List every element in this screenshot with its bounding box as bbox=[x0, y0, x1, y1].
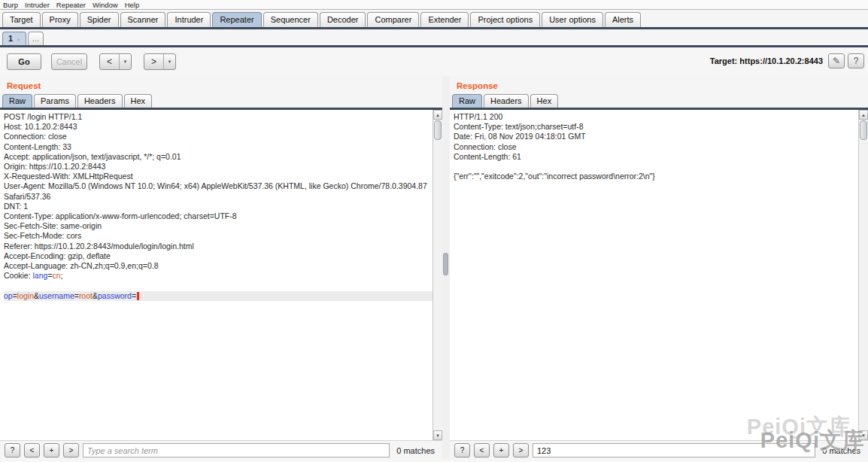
menu-intruder[interactable]: Intruder bbox=[25, 1, 50, 9]
request-tab-params[interactable]: Params bbox=[34, 94, 76, 108]
response-search-bar: ? < + > 0 matches bbox=[450, 440, 868, 460]
code-line: Accept-Language: zh-CN,zh;q=0.9,en;q=0.8 bbox=[4, 261, 432, 271]
response-scrollbar[interactable]: ▲ ▼ bbox=[858, 110, 868, 440]
help-button[interactable]: ? bbox=[848, 53, 864, 68]
code-line: POST /login HTTP/1.1 bbox=[4, 112, 432, 122]
search-next-button[interactable]: > bbox=[63, 443, 79, 457]
code-line: Content-Type: text/json;charset=utf-8 bbox=[454, 122, 858, 132]
tab-alerts[interactable]: Alerts bbox=[605, 12, 641, 27]
scroll-up-icon[interactable]: ▲ bbox=[859, 110, 868, 120]
code-line: Origin: https://10.1.20.2:8443 bbox=[4, 162, 432, 172]
repeater-tab-bar: 1× ... bbox=[0, 29, 868, 47]
tab-project-options[interactable]: Project options bbox=[470, 12, 540, 27]
menu-help[interactable]: Help bbox=[125, 1, 140, 9]
request-tab-hex[interactable]: Hex bbox=[124, 94, 153, 108]
search-options-button[interactable]: + bbox=[44, 443, 59, 457]
response-scroll-track[interactable] bbox=[859, 120, 868, 430]
code-line: {"err":"","exitcode":2,"out":"incorrect … bbox=[454, 172, 858, 181]
code-line: HTTP/1.1 200 bbox=[454, 112, 858, 122]
request-scroll-thumb[interactable] bbox=[434, 120, 442, 140]
tab-decoder[interactable]: Decoder bbox=[320, 12, 366, 27]
panel-divider[interactable] bbox=[442, 76, 450, 460]
repeater-tab-1[interactable]: 1× bbox=[2, 32, 26, 45]
tab-spider[interactable]: Spider bbox=[80, 12, 119, 27]
tab-repeater[interactable]: Repeater bbox=[212, 12, 261, 27]
tab-scanner[interactable]: Scanner bbox=[120, 12, 166, 27]
tab-user-options[interactable]: User options bbox=[542, 12, 603, 27]
request-search-input[interactable] bbox=[83, 443, 390, 457]
code-line: op=login&username=root&password= bbox=[4, 291, 432, 301]
menu-window[interactable]: Window bbox=[93, 1, 118, 9]
tab-close-icon[interactable]: × bbox=[17, 36, 20, 43]
code-line: Accept: application/json, text/javascrip… bbox=[4, 152, 432, 162]
scroll-down-icon[interactable]: ▼ bbox=[433, 430, 442, 440]
code-line: Cookie: lang=cn; bbox=[4, 271, 432, 281]
divider-handle[interactable] bbox=[443, 253, 448, 275]
main-tab-bar: Target Proxy Spider Scanner Intruder Rep… bbox=[0, 10, 868, 29]
code-line: Content-Length: 33 bbox=[4, 142, 432, 152]
code-line bbox=[454, 162, 858, 172]
request-tab-raw[interactable]: Raw bbox=[2, 94, 32, 108]
repeater-tab-more[interactable]: ... bbox=[28, 32, 44, 45]
repeater-tab-1-label: 1 bbox=[8, 34, 13, 43]
request-search-bar: ? < + > 0 matches bbox=[0, 440, 442, 460]
code-line: DNT: 1 bbox=[4, 202, 432, 211]
response-match-count: 0 matches bbox=[819, 446, 863, 455]
request-tab-headers[interactable]: Headers bbox=[77, 94, 123, 108]
request-raw-text[interactable]: POST /login HTTP/1.1Host: 10.1.20.2:8443… bbox=[0, 110, 432, 440]
search-next-button[interactable]: > bbox=[513, 443, 529, 457]
pencil-icon: ✎ bbox=[833, 56, 840, 66]
tab-intruder[interactable]: Intruder bbox=[167, 12, 211, 27]
go-button[interactable]: Go bbox=[7, 53, 41, 70]
next-request-button[interactable]: > ▼ bbox=[144, 53, 176, 70]
code-line: Sec-Fetch-Site: same-origin bbox=[4, 221, 432, 231]
response-raw-text[interactable]: HTTP/1.1 200Content-Type: text/json;char… bbox=[450, 110, 858, 440]
edit-target-button[interactable]: ✎ bbox=[828, 53, 845, 68]
cancel-button[interactable]: Cancel bbox=[51, 53, 87, 70]
scroll-up-icon[interactable]: ▲ bbox=[433, 110, 442, 120]
search-help-button[interactable]: ? bbox=[5, 443, 20, 457]
tab-sequencer[interactable]: Sequencer bbox=[263, 12, 318, 27]
code-line: Accept-Encoding: gzip, deflate bbox=[4, 251, 432, 261]
code-line bbox=[4, 281, 432, 290]
code-line: Content-Type: application/x-www-form-url… bbox=[4, 211, 432, 221]
code-line: Connection: close bbox=[4, 132, 432, 141]
scroll-down-icon[interactable]: ▼ bbox=[859, 430, 868, 440]
repeater-toolbar: Go Cancel < ▼ > ▼ Target: https://10.1.2… bbox=[0, 47, 868, 76]
code-line: Host: 10.1.20.2:8443 bbox=[4, 122, 432, 132]
request-scrollbar[interactable]: ▲ ▼ bbox=[432, 110, 442, 440]
menu-repeater[interactable]: Repeater bbox=[56, 1, 86, 9]
prev-request-button[interactable]: < ▼ bbox=[99, 53, 132, 70]
response-search-input[interactable] bbox=[533, 443, 815, 457]
response-editor[interactable]: HTTP/1.1 200Content-Type: text/json;char… bbox=[450, 110, 868, 440]
code-line: Safari/537.36 bbox=[4, 192, 432, 202]
prev-request-label: < bbox=[100, 54, 119, 69]
search-options-button[interactable]: + bbox=[493, 443, 509, 457]
search-prev-button[interactable]: < bbox=[24, 443, 40, 457]
request-view-tabs: Raw Params Headers Hex bbox=[0, 94, 442, 110]
tab-comparer[interactable]: Comparer bbox=[367, 12, 419, 27]
request-response-panels: Request Raw Params Headers Hex POST /log… bbox=[0, 76, 868, 460]
request-match-count: 0 matches bbox=[393, 446, 438, 455]
chevron-down-icon[interactable]: ▼ bbox=[163, 54, 175, 69]
code-line: Sec-Fetch-Mode: cors bbox=[4, 231, 432, 241]
search-help-button[interactable]: ? bbox=[454, 443, 470, 457]
response-tab-hex[interactable]: Hex bbox=[530, 94, 559, 108]
search-prev-button[interactable]: < bbox=[474, 443, 490, 457]
response-tab-raw[interactable]: Raw bbox=[452, 94, 482, 108]
response-scroll-thumb[interactable] bbox=[860, 120, 867, 140]
request-scroll-track[interactable] bbox=[433, 120, 442, 430]
chevron-down-icon[interactable]: ▼ bbox=[119, 54, 131, 69]
menu-bar: Burp Intruder Repeater Window Help bbox=[0, 0, 868, 10]
tab-proxy[interactable]: Proxy bbox=[42, 12, 78, 27]
burp-suite-window: Burp Intruder Repeater Window Help Targe… bbox=[0, 0, 868, 462]
request-editor[interactable]: POST /login HTTP/1.1Host: 10.1.20.2:8443… bbox=[0, 110, 442, 440]
code-line: X-Requested-With: XMLHttpRequest bbox=[4, 172, 432, 181]
tab-target[interactable]: Target bbox=[2, 12, 41, 27]
response-view-tabs: Raw Headers Hex bbox=[450, 94, 868, 110]
tab-extender[interactable]: Extender bbox=[420, 12, 469, 27]
target-url-label: Target: https://10.1.20.2:8443 bbox=[710, 56, 823, 65]
request-title: Request bbox=[0, 76, 442, 94]
menu-burp[interactable]: Burp bbox=[3, 1, 18, 9]
response-tab-headers[interactable]: Headers bbox=[484, 94, 529, 108]
